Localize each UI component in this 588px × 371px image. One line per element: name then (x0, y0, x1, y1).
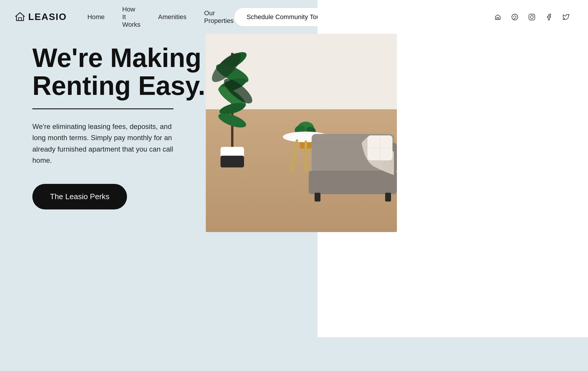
hero-image (206, 9, 397, 232)
logo-icon (15, 11, 25, 23)
hero-content: We're Making Renting Easy. We're elimina… (32, 44, 209, 209)
nav-item-how-it-works[interactable]: How It Works (122, 6, 141, 28)
nav-link-home[interactable]: Home (87, 13, 105, 21)
hero-title-line2: Renting Easy. (32, 71, 205, 100)
social-icons (493, 13, 570, 21)
plant-big-pot (220, 147, 244, 167)
navbar-right (318, 0, 588, 34)
plant-big (215, 147, 250, 167)
nav-link-properties[interactable]: Our Properties (204, 9, 233, 24)
instagram-icon[interactable] (527, 13, 536, 21)
svg-point-4 (533, 15, 534, 16)
svg-point-1 (512, 14, 518, 20)
svg-rect-2 (529, 14, 535, 20)
nav-item-properties[interactable]: Our Properties (204, 9, 233, 25)
logo-text: LEASIO (28, 11, 67, 22)
leasio-perks-button[interactable]: The Leasio Perks (32, 184, 127, 209)
pinterest-icon[interactable] (510, 13, 519, 21)
svg-rect-0 (19, 18, 21, 21)
svg-rect-29 (309, 171, 397, 194)
nav-links: Home How It Works Amenities Our Properti… (87, 6, 234, 28)
svg-rect-15 (220, 156, 244, 167)
twitter-icon[interactable] (562, 13, 570, 21)
nav-item-amenities[interactable]: Amenities (158, 13, 187, 21)
svg-point-3 (530, 16, 533, 19)
navbar-left: LEASIO Home How It Works Amenities Our P… (0, 0, 318, 34)
apartment-scene (206, 9, 397, 232)
hero-divider (32, 108, 173, 109)
hero-description: We're eliminating leasing fees, deposits… (32, 121, 173, 166)
nav-item-home[interactable]: Home (87, 13, 105, 21)
svg-rect-36 (315, 193, 320, 202)
logo[interactable]: LEASIO (15, 11, 67, 23)
nav-link-amenities[interactable]: Amenities (158, 13, 187, 21)
houzz-icon[interactable] (493, 13, 502, 21)
plant-big-leaves (206, 38, 259, 150)
svg-line-23 (291, 140, 297, 172)
facebook-icon[interactable] (544, 13, 553, 21)
hero-title: We're Making Renting Easy. (32, 44, 209, 100)
nav-link-how-it-works[interactable]: How It Works (122, 6, 141, 28)
svg-rect-14 (222, 147, 243, 156)
svg-rect-37 (385, 193, 391, 202)
navbar: LEASIO Home How It Works Amenities Our P… (0, 0, 588, 34)
hero-title-line1: We're Making (32, 43, 201, 73)
sofa (309, 125, 397, 203)
